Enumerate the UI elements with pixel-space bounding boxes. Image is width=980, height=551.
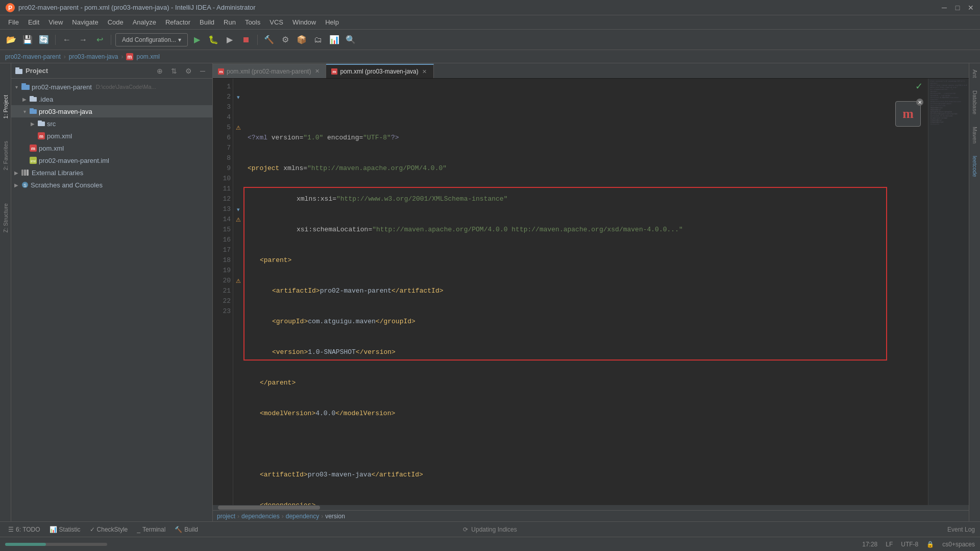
menu-item-code[interactable]: Code	[104, 17, 128, 28]
close-button[interactable]: ✕	[967, 4, 975, 12]
editor-hscroll[interactable]	[213, 505, 969, 510]
minimap[interactable]: <?xml version="1.0" encoding="UTF-8"?> <…	[928, 79, 969, 505]
tab-pom-parent[interactable]: m pom.xml (pro02-maven-parent) ✕	[213, 64, 326, 78]
menu-item-file[interactable]: File	[4, 17, 23, 28]
open-module-settings-btn[interactable]: 🗂	[311, 33, 325, 47]
gutter-line	[233, 143, 243, 153]
breadcrumb-sep-2: ›	[121, 53, 123, 60]
tree-item-ext-libs[interactable]: ▶ External Libraries	[11, 166, 212, 179]
tab-maven-icon-1: m	[218, 68, 224, 75]
line-num: 16	[215, 235, 231, 245]
tree-item-pom-root[interactable]: m pom.xml	[11, 142, 212, 154]
sdk-btn[interactable]: 📦	[295, 33, 309, 47]
locate-file-btn[interactable]: ⊕	[154, 65, 165, 77]
build-tool-btn[interactable]: 🔨 Build	[170, 524, 202, 535]
menu-item-run[interactable]: Run	[219, 17, 240, 28]
tab-pom-pro03-label: pom.xml (pro03-maven-java)	[340, 68, 418, 75]
save-btn[interactable]: 💾	[20, 33, 35, 47]
forward-btn[interactable]: →	[76, 33, 90, 47]
code-editor[interactable]: <?xml version="1.0" encoding="UTF-8"?> <…	[243, 79, 928, 505]
breadcrumb-item-3[interactable]: pom.xml	[136, 53, 159, 60]
tab-close-parent[interactable]: ✕	[313, 68, 321, 75]
ebread-dependencies[interactable]: dependencies	[241, 513, 280, 520]
menu-item-tools[interactable]: Tools	[241, 17, 264, 28]
menu-item-window[interactable]: Window	[288, 17, 320, 28]
maven-popup-close[interactable]: ✕	[916, 99, 923, 106]
gutter-fold-marker[interactable]: ▾	[233, 92, 243, 102]
scroll-from-source-btn[interactable]: ⇅	[168, 65, 180, 77]
svg-rect-13	[38, 121, 42, 122]
event-log-btn[interactable]: Event Log	[947, 526, 975, 533]
hscroll-thumb[interactable]	[218, 506, 320, 510]
svg-text:m: m	[333, 69, 336, 74]
database-panel-tab[interactable]: Database	[970, 84, 980, 121]
menu-item-help[interactable]: Help	[321, 17, 343, 28]
tree-item-iml[interactable]: iml pro02-maven-parent.iml	[11, 154, 212, 166]
leetcode-panel-tab[interactable]: leetcode	[970, 150, 980, 183]
tree-item-src[interactable]: ▶ src	[11, 117, 212, 130]
run-config-dropdown[interactable]: Add Configuration... ▾	[115, 33, 188, 46]
minimize-button[interactable]: ─	[940, 4, 948, 12]
maven-panel-tab[interactable]: Maven	[970, 121, 980, 150]
run-with-coverage-btn[interactable]: ▶	[223, 33, 237, 47]
breadcrumb-item-2[interactable]: pro03-maven-java	[69, 53, 118, 60]
breadcrumb-item-1[interactable]: pro02-maven-parent	[5, 53, 61, 60]
menu-item-edit[interactable]: Edit	[24, 17, 43, 28]
ebread-project[interactable]: project	[217, 513, 235, 520]
tree-item-root-path: D:\code\JavaCode\Ma...	[96, 84, 156, 90]
tree-item-root[interactable]: ▾ pro02-maven-parent D:\code\JavaCode\Ma…	[11, 81, 212, 93]
root-folder-icon	[21, 83, 30, 90]
back-btn[interactable]: ←	[60, 33, 74, 47]
tree-item-pom-pro03[interactable]: m pom.xml	[11, 130, 212, 142]
sync-btn[interactable]: 🔄	[37, 33, 51, 47]
tree-item-pro03[interactable]: ▾ pro03-maven-java	[11, 105, 212, 117]
ebread-dependency[interactable]: dependency	[286, 513, 319, 520]
maven-popup[interactable]: m ✕	[895, 101, 921, 127]
gutter-line	[233, 255, 243, 266]
statistic-icon: 📊	[50, 526, 57, 533]
settings-btn[interactable]: ⚙	[278, 33, 292, 47]
sidebar-settings-btn[interactable]: ⚙	[183, 65, 194, 77]
tab-close-pro03[interactable]: ✕	[421, 68, 428, 75]
menu-item-analyze[interactable]: Analyze	[129, 17, 160, 28]
checkstyle-tool-btn[interactable]: ✓ CheckStyle	[86, 524, 132, 535]
tree-item-scratches[interactable]: ▶ S Scratches and Consoles	[11, 179, 212, 191]
structure-panel-tab[interactable]: Z: Structure	[1, 197, 11, 238]
code-line-6: <artifactId>pro02-maven-parent</artifact…	[248, 286, 924, 296]
menu-item-refactor[interactable]: Refactor	[161, 17, 194, 28]
project-panel-tab[interactable]: 1: Project	[1, 89, 11, 125]
menu-item-build[interactable]: Build	[195, 17, 218, 28]
toolbar-sep-2	[111, 35, 111, 45]
debug-btn[interactable]: 🐛	[206, 33, 220, 47]
line-num: 6	[215, 133, 231, 143]
tree-item-idea[interactable]: ▶ .idea	[11, 93, 212, 105]
gutter-fold-deps[interactable]: ▾	[233, 204, 243, 214]
open-file-btn[interactable]: 📂	[4, 33, 18, 47]
menu-item-view[interactable]: View	[44, 17, 67, 28]
maximize-button[interactable]: □	[953, 4, 962, 12]
undo-btn[interactable]: ↩	[92, 33, 107, 47]
svg-text:m: m	[39, 134, 43, 139]
gutter-line	[233, 153, 243, 163]
build-project-btn[interactable]: 🔨	[262, 33, 276, 47]
encoding-display[interactable]: UTF-8	[901, 541, 918, 548]
tab-pom-pro03[interactable]: m pom.xml (pro03-maven-java) ✕	[326, 64, 433, 78]
line-sep-display[interactable]: LF	[886, 541, 893, 548]
run-btn[interactable]: ▶	[190, 33, 204, 47]
ant-panel-tab[interactable]: Ant	[970, 63, 980, 84]
menu-item-vcs[interactable]: VCS	[265, 17, 287, 28]
stop-btn[interactable]: ⏹	[239, 33, 253, 47]
sidebar-collapse-btn[interactable]: ─	[197, 65, 208, 77]
menu-item-navigate[interactable]: Navigate	[68, 17, 102, 28]
code-line-2: <project xmlns="http://maven.apache.org/…	[248, 163, 924, 174]
maven-popup-letter: m	[902, 106, 914, 122]
favorites-panel-tab[interactable]: 2: Favorites	[1, 135, 11, 176]
terminal-tool-btn[interactable]: _ Terminal	[133, 524, 169, 535]
statistic-tool-btn[interactable]: 📊 Statistic	[45, 524, 85, 535]
vcs-btn[interactable]: 📊	[327, 33, 341, 47]
search-everywhere-btn[interactable]: 🔍	[344, 33, 358, 47]
line-num: 4	[215, 112, 231, 123]
todo-tool-btn[interactable]: ☰ 6: TODO	[4, 524, 44, 535]
tree-item-pom-pro03-label: pom.xml	[47, 132, 72, 140]
svg-rect-12	[38, 122, 45, 126]
